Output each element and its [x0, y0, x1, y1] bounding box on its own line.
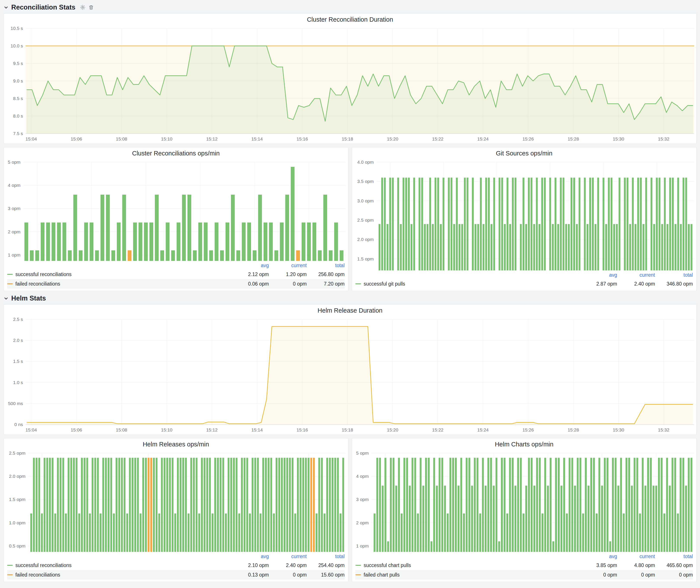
- series-color-swatch: [355, 565, 361, 566]
- panel-title[interactable]: Helm Release Duration: [4, 305, 696, 316]
- svg-text:1.0 opm: 1.0 opm: [9, 520, 26, 525]
- legend-value: 15.60 opm: [307, 572, 345, 578]
- svg-text:9.0 s: 9.0 s: [13, 78, 23, 83]
- legend: avgcurrenttotalsuccessful reconciliation…: [4, 261, 348, 291]
- series-toggle[interactable]: failed reconciliations: [7, 281, 231, 287]
- svg-text:2.5 opm: 2.5 opm: [357, 218, 374, 223]
- series-color-swatch: [7, 574, 13, 575]
- legend-sort-total[interactable]: total: [655, 272, 693, 278]
- legend-value: 0 opm: [269, 572, 307, 578]
- panel-helm-release-duration: Helm Release Duration 2.5 s2.0 s1.5 s1.0…: [3, 304, 697, 435]
- svg-text:1 opm: 1 opm: [356, 543, 369, 548]
- svg-text:8.0 s: 8.0 s: [13, 113, 23, 118]
- svg-text:15:04: 15:04: [26, 427, 37, 432]
- helm-charts-bar-chart[interactable]: 5 opm4 opm3 opm2 opm1 opm0 opm15:0515:10…: [352, 450, 696, 552]
- svg-text:10.5 s: 10.5 s: [11, 26, 23, 31]
- svg-text:15:14: 15:14: [251, 427, 263, 432]
- svg-text:15:06: 15:06: [71, 427, 82, 432]
- legend-value: 4.80 opm: [617, 562, 655, 568]
- panel-title[interactable]: Cluster Reconciliation Duration: [4, 14, 696, 25]
- legend-sort-current[interactable]: current: [617, 272, 655, 278]
- section-header-helm-stats: Helm Stats: [3, 292, 697, 304]
- legend-row: failed reconciliations0.06 opm0 opm7.20 …: [7, 279, 345, 289]
- svg-text:15:28: 15:28: [568, 427, 579, 432]
- legend-value: 2.10 opm: [231, 562, 269, 568]
- legend-sort-current[interactable]: current: [617, 554, 655, 559]
- svg-text:15:18: 15:18: [342, 427, 353, 432]
- legend-sort-total[interactable]: total: [655, 554, 693, 559]
- legend-sort-avg[interactable]: avg: [579, 272, 617, 278]
- helm-releases-bar-chart[interactable]: 2.5 opm2.0 opm1.5 opm1.0 opm0.5 opm0 opm…: [4, 450, 348, 552]
- section-header-reconciliation-stats: Reconciliation Stats: [3, 1, 697, 13]
- svg-text:4 opm: 4 opm: [8, 183, 20, 188]
- legend-sort-avg[interactable]: avg: [231, 263, 269, 268]
- svg-text:8.5 s: 8.5 s: [13, 96, 23, 101]
- section-title[interactable]: Reconciliation Stats: [11, 3, 75, 11]
- svg-text:15:10: 15:10: [161, 136, 173, 141]
- svg-text:2 opm: 2 opm: [8, 229, 20, 234]
- svg-text:0.5 opm: 0.5 opm: [9, 543, 26, 548]
- trash-icon[interactable]: [88, 5, 94, 10]
- helm-duration-line-chart[interactable]: 2.5 s2.0 s1.5 s1.0 s500 ms0 ns15:0415:06…: [4, 316, 696, 435]
- panel-title[interactable]: Git Sources ops/min: [352, 147, 696, 159]
- svg-text:15:16: 15:16: [297, 136, 308, 141]
- svg-text:500 ms: 500 ms: [8, 401, 23, 406]
- series-toggle[interactable]: successful chart pulls: [355, 562, 579, 568]
- legend-sort-total[interactable]: total: [307, 263, 345, 268]
- gear-icon[interactable]: [80, 4, 86, 10]
- legend-sort-avg[interactable]: avg: [231, 554, 269, 559]
- svg-text:15:08: 15:08: [116, 136, 127, 141]
- reconciliations-bar-chart[interactable]: 5 opm4 opm3 opm2 opm1 opm0 opm15:0515:10…: [4, 159, 348, 261]
- series-color-swatch: [7, 565, 13, 566]
- duration-line-chart[interactable]: 10.5 s10.0 s9.5 s9.0 s8.5 s8.0 s7.5 s15:…: [4, 25, 696, 144]
- svg-text:15:32: 15:32: [658, 427, 669, 432]
- svg-text:15:28: 15:28: [568, 136, 579, 141]
- legend-value: 0 opm: [579, 572, 617, 578]
- series-toggle[interactable]: failed reconciliations: [7, 572, 231, 578]
- section-title[interactable]: Helm Stats: [11, 294, 46, 302]
- panel-title[interactable]: Helm Charts ops/min: [352, 438, 696, 450]
- legend-row: successful reconciliations2.12 opm1.20 o…: [7, 270, 345, 279]
- panel-helm-charts-opm: Helm Charts ops/min 5 opm4 opm3 opm2 opm…: [352, 438, 697, 582]
- svg-text:15:12: 15:12: [206, 427, 218, 432]
- series-color-swatch: [355, 574, 361, 575]
- legend-value: 0 opm: [617, 572, 655, 578]
- legend-sort-total[interactable]: total: [307, 554, 345, 559]
- svg-text:15:26: 15:26: [523, 427, 534, 432]
- legend-value: 254.40 opm: [307, 562, 345, 568]
- legend-value: 2.87 opm: [579, 281, 617, 287]
- legend-sort-avg[interactable]: avg: [579, 554, 617, 559]
- svg-text:2 opm: 2 opm: [356, 520, 369, 525]
- series-toggle[interactable]: successful reconciliations: [7, 271, 231, 277]
- legend-value: 256.80 opm: [307, 271, 345, 277]
- svg-text:15:10: 15:10: [161, 427, 173, 432]
- legend-sort-current[interactable]: current: [269, 263, 307, 268]
- chevron-down-icon[interactable]: [3, 5, 9, 10]
- svg-text:15:32: 15:32: [658, 136, 669, 141]
- svg-text:15:20: 15:20: [387, 136, 398, 141]
- svg-text:15:30: 15:30: [613, 427, 624, 432]
- legend-sort-current[interactable]: current: [269, 554, 307, 559]
- series-toggle[interactable]: successful git pulls: [355, 281, 579, 287]
- legend-value: 2.12 opm: [231, 271, 269, 277]
- svg-text:15:20: 15:20: [387, 427, 398, 432]
- svg-text:3 opm: 3 opm: [356, 497, 369, 502]
- svg-text:15:22: 15:22: [432, 427, 444, 432]
- git-sources-bar-chart[interactable]: 4.0 opm3.5 opm3.0 opm2.5 opm2.0 opm1.5 o…: [352, 159, 696, 270]
- series-toggle[interactable]: failed chart pulls: [355, 572, 579, 578]
- legend: avgcurrenttotalsuccessful git pulls2.87 …: [352, 270, 696, 291]
- svg-text:15:26: 15:26: [523, 136, 534, 141]
- svg-text:9.5 s: 9.5 s: [13, 61, 23, 66]
- panel-title[interactable]: Helm Releases ops/min: [4, 438, 348, 450]
- series-label: failed reconciliations: [15, 281, 60, 287]
- svg-text:2.0 s: 2.0 s: [13, 338, 23, 343]
- chevron-down-icon[interactable]: [3, 296, 9, 301]
- panel-title[interactable]: Cluster Reconciliations ops/min: [4, 147, 348, 159]
- legend-value: 0 opm: [655, 572, 693, 578]
- legend-header-row: avgcurrenttotal: [7, 261, 345, 270]
- svg-text:0 ns: 0 ns: [14, 422, 23, 427]
- legend-value: 0 opm: [269, 281, 307, 287]
- svg-text:4 opm: 4 opm: [356, 474, 369, 479]
- svg-text:7.5 s: 7.5 s: [13, 131, 23, 136]
- series-toggle[interactable]: successful reconciliations: [7, 562, 231, 568]
